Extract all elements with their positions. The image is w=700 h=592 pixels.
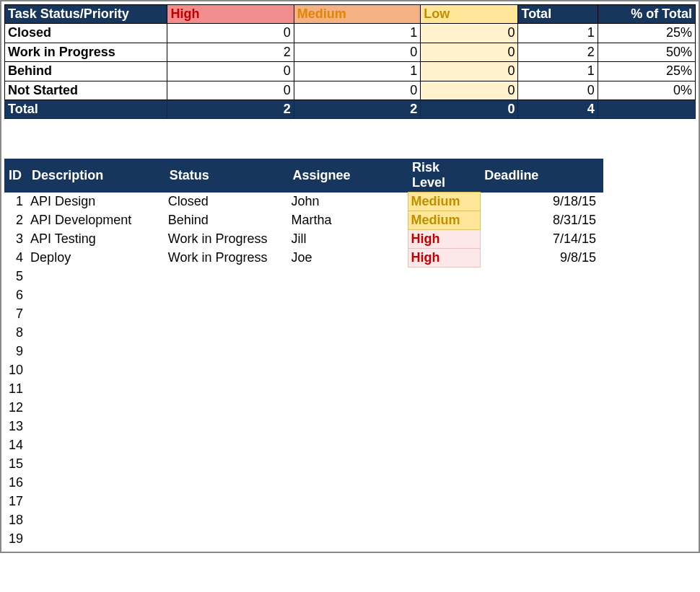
task-id-cell[interactable]: 4 <box>4 249 27 268</box>
task-status-cell[interactable] <box>165 399 289 418</box>
task-row-empty[interactable]: 6 <box>4 286 603 305</box>
task-assignee-cell[interactable] <box>288 474 408 492</box>
task-deadline-cell[interactable]: 8/31/15 <box>480 211 603 230</box>
task-id-cell[interactable]: 17 <box>4 492 27 511</box>
task-row-empty[interactable]: 14 <box>4 436 603 455</box>
task-risk-cell[interactable] <box>408 511 480 530</box>
task-row-empty[interactable]: 19 <box>4 530 603 549</box>
task-assignee-cell[interactable] <box>288 380 408 399</box>
task-status-cell[interactable]: Closed <box>165 193 289 211</box>
task-deadline-cell[interactable]: 7/14/15 <box>480 230 603 249</box>
task-description-cell[interactable]: API Testing <box>27 230 165 249</box>
task-id-cell[interactable]: 16 <box>4 474 27 492</box>
task-id-cell[interactable]: 3 <box>4 230 27 249</box>
task-deadline-cell[interactable] <box>480 286 603 305</box>
task-risk-cell[interactable] <box>408 324 480 343</box>
task-deadline-cell[interactable] <box>480 268 603 286</box>
task-assignee-cell[interactable]: John <box>288 193 408 211</box>
summary-total-cell[interactable]: 2 <box>518 43 598 61</box>
task-deadline-cell[interactable] <box>480 399 603 418</box>
task-deadline-cell[interactable] <box>480 511 603 530</box>
task-assignee-cell[interactable] <box>288 324 408 343</box>
task-row[interactable]: 4DeployWork in ProgressJoeHigh9/8/15 <box>4 249 603 268</box>
task-risk-cell[interactable] <box>408 361 480 380</box>
task-row-empty[interactable]: 10 <box>4 361 603 380</box>
task-id-cell[interactable]: 13 <box>4 418 27 436</box>
summary-high-cell[interactable]: 0 <box>167 81 294 100</box>
task-id-cell[interactable]: 6 <box>4 286 27 305</box>
task-risk-cell[interactable] <box>408 492 480 511</box>
task-status-cell[interactable] <box>165 455 289 474</box>
task-risk-cell[interactable] <box>408 268 480 286</box>
task-risk-cell[interactable]: High <box>408 249 480 268</box>
task-status-cell[interactable] <box>165 361 289 380</box>
task-risk-cell[interactable] <box>408 343 480 361</box>
task-description-cell[interactable] <box>27 380 165 399</box>
task-risk-cell[interactable] <box>408 286 480 305</box>
task-deadline-cell[interactable] <box>480 361 603 380</box>
task-id-cell[interactable]: 5 <box>4 268 27 286</box>
task-id-cell[interactable]: 1 <box>4 193 27 211</box>
task-assignee-cell[interactable] <box>288 492 408 511</box>
task-description-cell[interactable] <box>27 436 165 455</box>
task-description-cell[interactable] <box>27 343 165 361</box>
task-status-cell[interactable]: Work in Progress <box>165 249 289 268</box>
task-assignee-cell[interactable] <box>288 511 408 530</box>
summary-row[interactable]: Closed010125% <box>5 24 696 43</box>
task-deadline-cell[interactable] <box>480 343 603 361</box>
task-status-cell[interactable] <box>165 286 289 305</box>
summary-total-cell[interactable]: 1 <box>518 62 598 81</box>
task-assignee-cell[interactable] <box>288 436 408 455</box>
task-status-cell[interactable]: Behind <box>165 211 289 230</box>
summary-status-cell[interactable]: Work in Progress <box>5 43 167 61</box>
summary-status-cell[interactable]: Closed <box>5 24 167 43</box>
task-row-empty[interactable]: 9 <box>4 343 603 361</box>
summary-low-cell[interactable]: 0 <box>421 43 518 61</box>
task-description-cell[interactable] <box>27 474 165 492</box>
task-id-cell[interactable]: 11 <box>4 380 27 399</box>
task-status-cell[interactable] <box>165 530 289 549</box>
task-deadline-cell[interactable] <box>480 305 603 324</box>
task-status-cell[interactable] <box>165 492 289 511</box>
task-assignee-cell[interactable] <box>288 305 408 324</box>
summary-low-cell[interactable]: 0 <box>421 24 518 43</box>
task-row-empty[interactable]: 15 <box>4 455 603 474</box>
task-id-cell[interactable]: 18 <box>4 511 27 530</box>
task-deadline-cell[interactable] <box>480 324 603 343</box>
task-status-cell[interactable] <box>165 380 289 399</box>
task-description-cell[interactable] <box>27 492 165 511</box>
summary-pct-cell[interactable]: 0% <box>598 81 695 100</box>
summary-total-cell[interactable]: 0 <box>518 81 598 100</box>
task-risk-cell[interactable] <box>408 380 480 399</box>
summary-medium-cell[interactable]: 0 <box>294 81 420 100</box>
task-risk-cell[interactable] <box>408 530 480 549</box>
summary-high-cell[interactable]: 0 <box>167 24 294 43</box>
task-risk-cell[interactable]: High <box>408 230 480 249</box>
task-row-empty[interactable]: 13 <box>4 418 603 436</box>
task-id-cell[interactable]: 12 <box>4 399 27 418</box>
task-status-cell[interactable] <box>165 268 289 286</box>
task-assignee-cell[interactable]: Jill <box>288 230 408 249</box>
task-status-cell[interactable] <box>165 418 289 436</box>
task-row[interactable]: 3API TestingWork in ProgressJillHigh7/14… <box>4 230 603 249</box>
task-id-cell[interactable]: 10 <box>4 361 27 380</box>
task-risk-cell[interactable]: Medium <box>408 211 480 230</box>
task-id-cell[interactable]: 19 <box>4 530 27 549</box>
task-status-cell[interactable] <box>165 324 289 343</box>
task-description-cell[interactable]: API Development <box>27 211 165 230</box>
task-assignee-cell[interactable] <box>288 286 408 305</box>
task-deadline-cell[interactable] <box>480 380 603 399</box>
task-description-cell[interactable]: Deploy <box>27 249 165 268</box>
task-risk-cell[interactable] <box>408 399 480 418</box>
task-assignee-cell[interactable] <box>288 399 408 418</box>
task-risk-cell[interactable] <box>408 436 480 455</box>
task-assignee-cell[interactable] <box>288 530 408 549</box>
task-risk-cell[interactable] <box>408 305 480 324</box>
task-risk-cell[interactable] <box>408 474 480 492</box>
task-row[interactable]: 2API DevelopmentBehindMarthaMedium8/31/1… <box>4 211 603 230</box>
task-row-empty[interactable]: 11 <box>4 380 603 399</box>
task-deadline-cell[interactable]: 9/8/15 <box>480 249 603 268</box>
task-row-empty[interactable]: 17 <box>4 492 603 511</box>
task-id-cell[interactable]: 14 <box>4 436 27 455</box>
summary-status-cell[interactable]: Behind <box>5 62 167 81</box>
